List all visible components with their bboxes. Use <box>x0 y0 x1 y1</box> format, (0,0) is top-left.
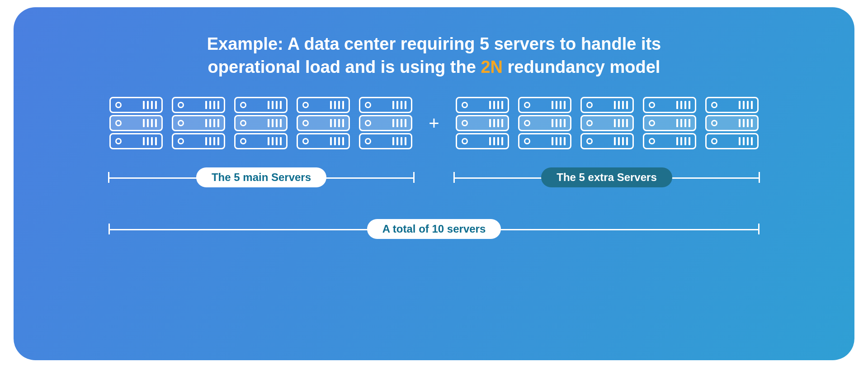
server-icon <box>234 97 288 149</box>
server-unit <box>297 115 350 131</box>
server-icon <box>518 97 571 149</box>
server-icon <box>705 97 759 149</box>
server-unit <box>580 115 634 131</box>
server-unit <box>297 133 350 149</box>
server-unit <box>109 97 163 113</box>
server-unit <box>109 133 163 149</box>
server-icon <box>456 97 509 149</box>
servers-row: + <box>50 97 818 149</box>
server-unit <box>172 133 225 149</box>
server-unit <box>518 133 571 149</box>
total-bracket: A total of 10 servers <box>108 219 760 239</box>
main-label: The 5 main Servers <box>196 167 326 187</box>
server-unit <box>109 115 163 131</box>
bracket-row: The 5 main Servers The 5 extra Servers <box>50 167 818 187</box>
server-unit <box>580 97 634 113</box>
total-label: A total of 10 servers <box>367 219 501 239</box>
server-unit <box>234 133 288 149</box>
extra-label: The 5 extra Servers <box>541 167 672 187</box>
server-icon <box>172 97 225 149</box>
diagram-card: Example: A data center requiring 5 serve… <box>14 7 854 360</box>
server-unit <box>359 97 412 113</box>
server-icon <box>297 97 350 149</box>
main-servers-group <box>109 97 412 149</box>
title-suffix: redundancy model <box>503 57 660 76</box>
server-unit <box>518 115 571 131</box>
server-unit <box>234 97 288 113</box>
plus-symbol: + <box>429 113 439 133</box>
extra-bracket: The 5 extra Servers <box>453 167 760 187</box>
extra-servers-group <box>456 97 759 149</box>
server-icon <box>359 97 412 149</box>
server-unit <box>705 115 759 131</box>
server-icon <box>643 97 696 149</box>
server-unit <box>580 133 634 149</box>
server-unit <box>456 97 509 113</box>
diagram-title: Example: A data center requiring 5 serve… <box>163 33 705 79</box>
server-unit <box>234 115 288 131</box>
server-unit <box>643 133 696 149</box>
server-unit <box>643 115 696 131</box>
server-unit <box>643 97 696 113</box>
server-unit <box>456 115 509 131</box>
total-row: A total of 10 servers <box>50 219 818 239</box>
title-accent: 2N <box>481 57 503 76</box>
server-unit <box>518 97 571 113</box>
server-unit <box>359 115 412 131</box>
server-unit <box>456 133 509 149</box>
server-unit <box>172 97 225 113</box>
server-icon <box>109 97 163 149</box>
server-unit <box>359 133 412 149</box>
server-unit <box>705 97 759 113</box>
server-unit <box>705 133 759 149</box>
server-unit <box>297 97 350 113</box>
server-unit <box>172 115 225 131</box>
server-icon <box>580 97 634 149</box>
main-bracket: The 5 main Servers <box>108 167 415 187</box>
